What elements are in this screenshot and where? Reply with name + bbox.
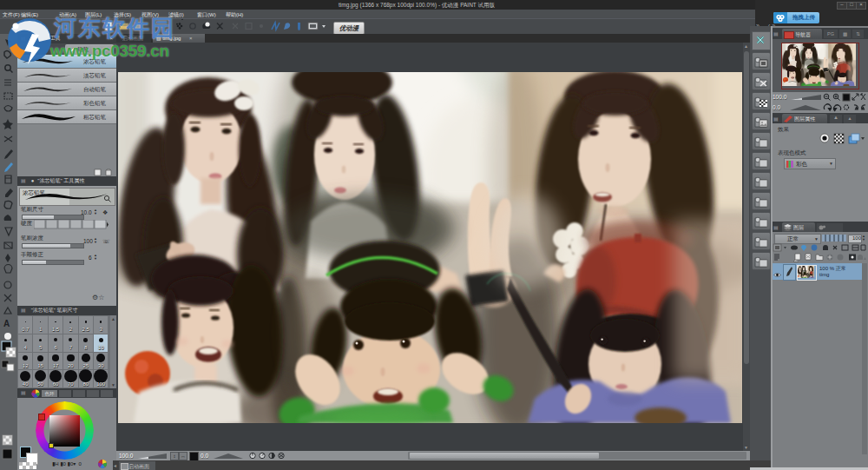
svg-text:A: A	[3, 319, 10, 328]
